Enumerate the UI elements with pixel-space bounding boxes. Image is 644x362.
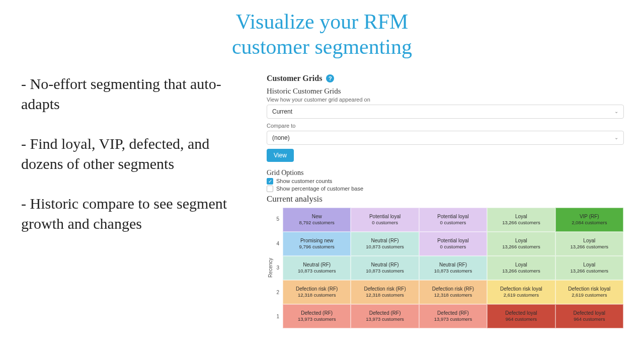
view-button[interactable]: View <box>267 149 294 162</box>
segment-name: Loyal <box>515 261 527 268</box>
rfm-cell[interactable]: Loyal13,266 customers <box>487 208 555 232</box>
rfm-cell[interactable]: Defection risk (RF)12,318 customers <box>351 280 419 304</box>
segment-count: 13,266 customers <box>502 220 540 226</box>
bullet-2: - Find loyal, VIP, defected, and dozens … <box>21 134 242 174</box>
y-tick: 5 <box>274 216 279 222</box>
segment-count: 10,873 customers <box>434 268 472 274</box>
rfm-cell[interactable]: Loyal13,266 customers <box>487 232 555 256</box>
rfm-cell[interactable]: Loyal13,266 customers <box>555 256 623 280</box>
historic-title: Historic Customer Grids <box>267 87 624 96</box>
option-show-percent-label: Show percentage of customer base <box>276 186 363 192</box>
segment-name: Neutral (RF) <box>439 261 467 268</box>
rfm-cell[interactable]: Neutral (RF)10,873 customers <box>351 232 419 256</box>
segment-name: Defected loyal <box>574 310 605 316</box>
segment-name: Defected (RF) <box>301 310 333 316</box>
y-tick: 4 <box>274 241 279 246</box>
y-tick: 1 <box>274 314 279 319</box>
date-select[interactable]: Current ⌄ <box>267 105 624 119</box>
segment-count: 964 customers <box>574 316 605 322</box>
rfm-cell[interactable]: Neutral (RF)10,873 customers <box>283 256 351 280</box>
historic-helper: View how your customer grid appeared on <box>267 97 624 103</box>
y-axis-label: Recency <box>267 258 274 278</box>
rfm-cell[interactable]: New8,792 customers <box>283 208 351 232</box>
segment-name: Defected (RF) <box>369 310 401 316</box>
rfm-grid: New8,792 customersPotential loyal0 custo… <box>282 207 624 329</box>
chevron-down-icon: ⌄ <box>614 135 618 140</box>
rfm-cell[interactable]: Neutral (RF)10,873 customers <box>419 256 487 280</box>
segment-name: Potential loyal <box>437 237 468 244</box>
help-icon[interactable]: ? <box>326 74 334 82</box>
rfm-cell[interactable]: Potential loyal0 customers <box>351 208 419 232</box>
y-tick: 2 <box>274 290 279 295</box>
checkbox-show-percent[interactable] <box>267 186 273 192</box>
rfm-cell[interactable]: Neutral (RF)10,873 customers <box>351 256 419 280</box>
segment-count: 13,266 customers <box>571 244 609 250</box>
segment-name: Potential loyal <box>437 213 468 220</box>
segment-count: 13,266 customers <box>502 244 540 250</box>
rfm-grid-wrap: Recency 5 4 3 2 1 New8,792 customersPote… <box>267 207 624 329</box>
rfm-cell[interactable]: Potential loyal0 customers <box>419 232 487 256</box>
segment-count: 13,973 customers <box>366 316 404 322</box>
segment-name: Neutral (RF) <box>371 261 399 268</box>
segment-count: 964 customers <box>506 316 537 322</box>
compare-select-value: (none) <box>272 134 290 141</box>
segment-name: Potential loyal <box>369 213 400 220</box>
segment-count: 0 customers <box>440 244 466 250</box>
feature-bullets: - No-effort segmenting that auto-adapts … <box>0 74 252 253</box>
date-select-value: Current <box>272 108 292 115</box>
segment-count: 12,318 customers <box>366 292 404 298</box>
segment-count: 10,873 customers <box>298 268 336 274</box>
rfm-cell[interactable]: Defected (RF)13,973 customers <box>419 304 487 328</box>
segment-count: 13,266 customers <box>502 268 540 274</box>
segment-count: 2,619 customers <box>504 292 539 298</box>
segment-name: Promising new <box>300 237 334 244</box>
segment-name: VIP (RF) <box>580 213 599 220</box>
segment-count: 10,873 customers <box>366 244 404 250</box>
segment-name: Loyal <box>583 237 595 244</box>
rfm-cell[interactable]: Promising new9,796 customers <box>283 232 351 256</box>
rfm-cell[interactable]: Defection risk loyal2,619 customers <box>555 280 623 304</box>
segment-name: Defection risk loyal <box>500 286 542 292</box>
bullet-1: - No-effort segmenting that auto-adapts <box>21 74 242 115</box>
analysis-title: Current analysis <box>267 194 624 204</box>
segment-count: 10,873 customers <box>366 268 404 274</box>
rfm-cell[interactable]: Defected loyal964 customers <box>487 304 555 328</box>
segment-name: Defected loyal <box>505 310 537 316</box>
rfm-cell[interactable]: VIP (RF)2,084 customers <box>555 208 623 232</box>
segment-name: Loyal <box>515 213 527 220</box>
segment-name: New <box>312 213 322 220</box>
rfm-cell[interactable]: Loyal13,266 customers <box>487 256 555 280</box>
option-show-percent-row: Show percentage of customer base <box>267 186 624 192</box>
rfm-cell[interactable]: Defected (RF)13,973 customers <box>283 304 351 328</box>
segment-count: 12,318 customers <box>298 292 336 298</box>
segment-count: 2,619 customers <box>572 292 607 298</box>
rfm-cell[interactable]: Defection risk (RF)12,318 customers <box>283 280 351 304</box>
segment-name: Defection risk (RF) <box>296 286 338 292</box>
segment-name: Loyal <box>583 261 595 268</box>
option-show-counts-label: Show customer counts <box>276 178 332 184</box>
grid-options-title: Grid Options <box>267 169 624 177</box>
checkbox-show-counts[interactable]: ✓ <box>267 178 273 185</box>
segment-count: 13,973 customers <box>434 316 472 322</box>
compare-select[interactable]: (none) ⌄ <box>267 131 624 145</box>
compare-label: Compare to <box>267 123 624 129</box>
bullet-3: - Historic compare to see segment growth… <box>21 194 242 234</box>
rfm-cell[interactable]: Defection risk loyal2,619 customers <box>487 280 555 304</box>
rfm-cell[interactable]: Defected (RF)13,973 customers <box>351 304 419 328</box>
y-tick: 3 <box>274 265 279 270</box>
page-headline: Visualize your RFM customer segmenting <box>0 0 644 60</box>
segment-count: 2,084 customers <box>572 220 607 226</box>
segment-count: 8,792 customers <box>299 220 335 226</box>
chevron-down-icon: ⌄ <box>614 109 618 114</box>
rfm-cell[interactable]: Defected loyal964 customers <box>555 304 623 328</box>
rfm-cell[interactable]: Loyal13,266 customers <box>555 232 623 256</box>
rfm-cell[interactable]: Defection risk (RF)12,318 customers <box>419 280 487 304</box>
y-axis-ticks: 5 4 3 2 1 <box>274 207 282 329</box>
rfm-cell[interactable]: Potential loyal0 customers <box>419 208 487 232</box>
segment-name: Loyal <box>515 237 527 244</box>
segment-count: 9,796 customers <box>299 244 335 250</box>
segment-name: Defected (RF) <box>437 310 469 316</box>
segment-name: Neutral (RF) <box>371 237 399 244</box>
segment-name: Defection risk (RF) <box>364 286 406 292</box>
segment-count: 0 customers <box>440 220 466 226</box>
